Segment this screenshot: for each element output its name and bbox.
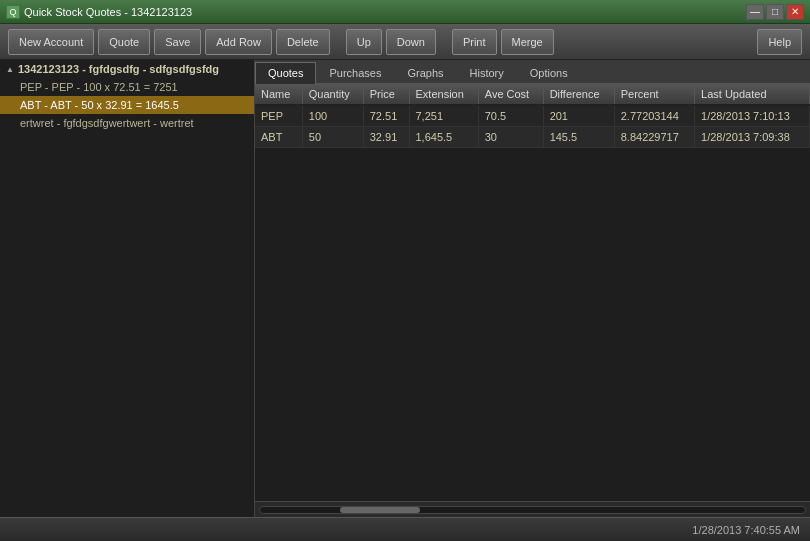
cell-diff-0: 201 bbox=[543, 105, 614, 127]
tab-purchases[interactable]: Purchases bbox=[316, 62, 394, 83]
col-extension: Extension bbox=[409, 84, 478, 105]
cell-qty-0: 100 bbox=[302, 105, 363, 127]
add-row-button[interactable]: Add Row bbox=[205, 29, 272, 55]
print-button[interactable]: Print bbox=[452, 29, 497, 55]
window-controls: — □ ✕ bbox=[746, 4, 804, 20]
cell-pct-1: 8.84229717 bbox=[614, 127, 694, 148]
cell-updated-1: 1/28/2013 7:09:38 bbox=[695, 127, 810, 148]
close-button[interactable]: ✕ bbox=[786, 4, 804, 20]
account-label: 1342123123 - fgfdgsdfg - sdfgsdfgsfdg bbox=[18, 63, 219, 75]
table-header-row: Name Quantity Price Extension Ave Cost D… bbox=[255, 84, 810, 105]
tabs-bar: Quotes Purchases Graphs History Options bbox=[255, 60, 810, 84]
table-row[interactable]: ABT 50 32.91 1,645.5 30 145.5 8.84229717… bbox=[255, 127, 810, 148]
status-bar: 1/28/2013 7:40:55 AM bbox=[0, 517, 810, 541]
col-percent: Percent bbox=[614, 84, 694, 105]
tree-item-pep[interactable]: PEP - PEP - 100 x 72.51 = 7251 bbox=[0, 78, 254, 96]
main-content: ▲ 1342123123 - fgfdgsdfg - sdfgsdfgsfdg … bbox=[0, 60, 810, 517]
cell-name-0: PEP bbox=[255, 105, 302, 127]
scrollbar-track[interactable] bbox=[259, 506, 806, 514]
stock-ertwret-label: ertwret - fgfdgsdfgwertwert - wertret bbox=[20, 117, 194, 129]
right-panel: Quotes Purchases Graphs History Options … bbox=[255, 60, 810, 517]
cell-diff-1: 145.5 bbox=[543, 127, 614, 148]
table-row[interactable]: PEP 100 72.51 7,251 70.5 201 2.77203144 … bbox=[255, 105, 810, 127]
cell-name-1: ABT bbox=[255, 127, 302, 148]
minimize-button[interactable]: — bbox=[746, 4, 764, 20]
app-icon: Q bbox=[6, 5, 20, 19]
help-button[interactable]: Help bbox=[757, 29, 802, 55]
quote-button[interactable]: Quote bbox=[98, 29, 150, 55]
merge-button[interactable]: Merge bbox=[501, 29, 554, 55]
quotes-table: Name Quantity Price Extension Ave Cost D… bbox=[255, 84, 810, 148]
stock-pep-label: PEP - PEP - 100 x 72.51 = 7251 bbox=[20, 81, 178, 93]
quotes-table-container[interactable]: Name Quantity Price Extension Ave Cost D… bbox=[255, 84, 810, 501]
cell-avecost-1: 30 bbox=[478, 127, 543, 148]
save-button[interactable]: Save bbox=[154, 29, 201, 55]
cell-qty-1: 50 bbox=[302, 127, 363, 148]
cell-avecost-0: 70.5 bbox=[478, 105, 543, 127]
scrollbar-thumb[interactable] bbox=[340, 507, 420, 513]
cell-updated-0: 1/28/2013 7:10:13 bbox=[695, 105, 810, 127]
col-name: Name bbox=[255, 84, 302, 105]
new-account-button[interactable]: New Account bbox=[8, 29, 94, 55]
status-timestamp: 1/28/2013 7:40:55 AM bbox=[692, 524, 800, 536]
cell-pct-0: 2.77203144 bbox=[614, 105, 694, 127]
maximize-button[interactable]: □ bbox=[766, 4, 784, 20]
up-button[interactable]: Up bbox=[346, 29, 382, 55]
col-avecost: Ave Cost bbox=[478, 84, 543, 105]
tab-quotes[interactable]: Quotes bbox=[255, 62, 316, 84]
col-difference: Difference bbox=[543, 84, 614, 105]
tab-options[interactable]: Options bbox=[517, 62, 581, 83]
down-button[interactable]: Down bbox=[386, 29, 436, 55]
col-price: Price bbox=[363, 84, 409, 105]
tab-history[interactable]: History bbox=[457, 62, 517, 83]
cell-ext-0: 7,251 bbox=[409, 105, 478, 127]
tab-graphs[interactable]: Graphs bbox=[394, 62, 456, 83]
cell-price-1: 32.91 bbox=[363, 127, 409, 148]
horizontal-scrollbar[interactable] bbox=[255, 501, 810, 517]
tree-item-ertwret[interactable]: ertwret - fgfdgsdfgwertwert - wertret bbox=[0, 114, 254, 132]
tree-arrow: ▲ bbox=[6, 65, 14, 74]
window-title: Quick Stock Quotes - 1342123123 bbox=[24, 6, 192, 18]
cell-price-0: 72.51 bbox=[363, 105, 409, 127]
tree-item-abt[interactable]: ABT - ABT - 50 x 32.91 = 1645.5 bbox=[0, 96, 254, 114]
delete-button[interactable]: Delete bbox=[276, 29, 330, 55]
tree-item-account[interactable]: ▲ 1342123123 - fgfdgsdfg - sdfgsdfgsfdg bbox=[0, 60, 254, 78]
title-bar: Q Quick Stock Quotes - 1342123123 — □ ✕ bbox=[0, 0, 810, 24]
col-quantity: Quantity bbox=[302, 84, 363, 105]
cell-ext-1: 1,645.5 bbox=[409, 127, 478, 148]
left-panel: ▲ 1342123123 - fgfdgsdfg - sdfgsdfgsfdg … bbox=[0, 60, 255, 517]
toolbar: New Account Quote Save Add Row Delete Up… bbox=[0, 24, 810, 60]
stock-abt-label: ABT - ABT - 50 x 32.91 = 1645.5 bbox=[20, 99, 179, 111]
col-lastupdated: Last Updated bbox=[695, 84, 810, 105]
